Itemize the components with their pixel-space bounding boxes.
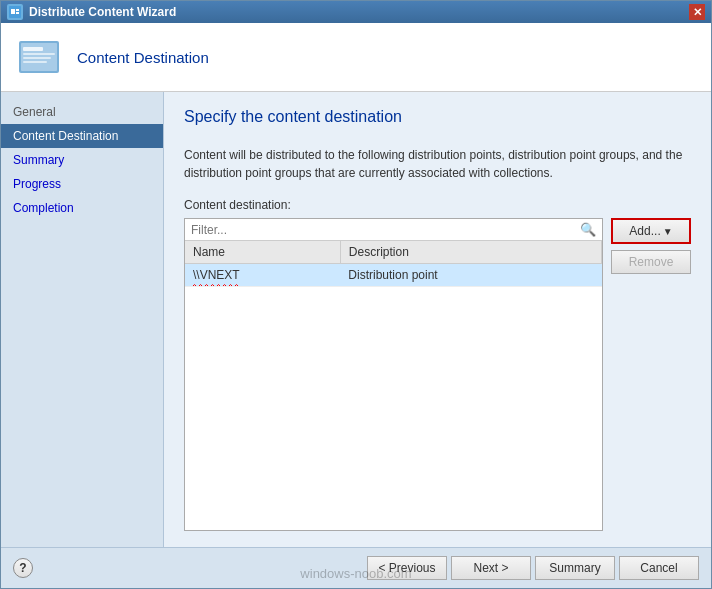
add-button[interactable]: Add... ▼	[611, 218, 691, 244]
svg-rect-7	[23, 53, 55, 55]
description-text: Content will be distributed to the follo…	[184, 146, 691, 182]
action-buttons: Add... ▼ Remove	[611, 218, 691, 531]
header-title: Content Destination	[77, 49, 209, 66]
svg-rect-9	[23, 61, 47, 63]
col-name: Name	[185, 241, 340, 264]
add-dropdown-arrow: ▼	[663, 226, 673, 237]
close-button[interactable]: ✕	[689, 4, 705, 20]
sidebar-item-completion[interactable]: Completion	[1, 196, 163, 220]
content-title: Specify the content destination	[184, 108, 691, 126]
search-icon: 🔍	[580, 222, 596, 237]
col-description: Description	[340, 241, 601, 264]
cell-name: \\VNEXT	[185, 264, 340, 287]
server-name: \\VNEXT	[193, 268, 240, 282]
destination-table: Name Description \\VNEXT Distribution po…	[185, 241, 602, 287]
destination-label: Content destination:	[184, 198, 691, 212]
destination-section: 🔍 Name Description	[184, 218, 691, 531]
table-container: Name Description \\VNEXT Distribution po…	[185, 241, 602, 530]
sidebar-item-progress[interactable]: Progress	[1, 172, 163, 196]
svg-rect-6	[23, 47, 43, 51]
help-button[interactable]: ?	[13, 558, 33, 578]
table-header-row: Name Description	[185, 241, 602, 264]
main-area: General Content Destination Summary Prog…	[1, 92, 711, 547]
titlebar-icon	[7, 4, 23, 20]
titlebar-title: Distribute Content Wizard	[29, 5, 176, 19]
svg-rect-1	[11, 9, 15, 14]
table-row[interactable]: \\VNEXT Distribution point	[185, 264, 602, 287]
content-panel: Specify the content destination Content …	[164, 92, 711, 547]
remove-button[interactable]: Remove	[611, 250, 691, 274]
sidebar: General Content Destination Summary Prog…	[1, 92, 164, 547]
svg-rect-3	[16, 12, 19, 14]
bottom-left: ?	[13, 558, 33, 578]
filter-input[interactable]	[191, 223, 580, 237]
table-section: 🔍 Name Description	[184, 218, 603, 531]
wizard-icon	[15, 33, 63, 81]
next-button[interactable]: Next >	[451, 556, 531, 580]
sidebar-item-content-destination[interactable]: Content Destination	[1, 124, 163, 148]
svg-rect-2	[16, 9, 19, 11]
bottom-bar: ? < Previous Next > Summary Cancel	[1, 547, 711, 588]
titlebar-left: Distribute Content Wizard	[7, 4, 176, 20]
cancel-button[interactable]: Cancel	[619, 556, 699, 580]
previous-button[interactable]: < Previous	[367, 556, 447, 580]
bottom-right: < Previous Next > Summary Cancel	[367, 556, 699, 580]
titlebar: Distribute Content Wizard ✕	[1, 1, 711, 23]
header-area: Content Destination	[1, 23, 711, 92]
wizard-window: Distribute Content Wizard ✕ Content Dest…	[0, 0, 712, 589]
filter-bar: 🔍	[185, 219, 602, 241]
sidebar-item-summary[interactable]: Summary	[1, 148, 163, 172]
sidebar-item-general[interactable]: General	[1, 100, 163, 124]
summary-button[interactable]: Summary	[535, 556, 615, 580]
cell-description: Distribution point	[340, 264, 601, 287]
svg-rect-8	[23, 57, 51, 59]
